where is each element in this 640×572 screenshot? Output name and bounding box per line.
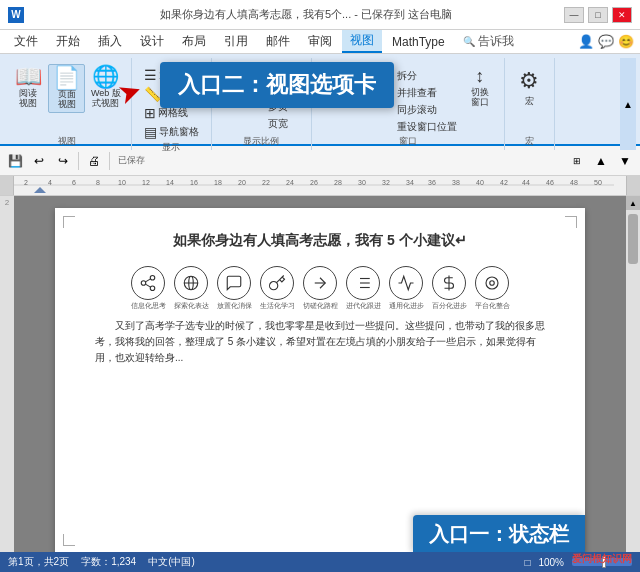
print-btn[interactable]: 🖨 — [83, 150, 105, 172]
side-by-side-label: 并排查看 — [397, 86, 437, 100]
doc-icon-5: 进代化跟进 — [346, 266, 381, 310]
brand-watermark: 爱问根知识网 — [572, 552, 632, 566]
menu-design[interactable]: 设计 — [132, 31, 172, 52]
svg-text:14: 14 — [166, 179, 174, 186]
gridline-icon: ⊞ — [144, 105, 156, 121]
macro-btn[interactable]: ⚙ 宏 — [511, 66, 547, 110]
scroll-up-btn[interactable]: ▲ — [590, 150, 612, 172]
svg-text:50: 50 — [594, 179, 602, 186]
window-controls[interactable]: — □ ✕ — [564, 7, 632, 23]
icon-label-4: 切磋化路程 — [303, 302, 338, 310]
macro-icon: ⚙ — [519, 68, 539, 94]
svg-point-41 — [486, 277, 498, 289]
corner-bracket-tl — [63, 216, 75, 228]
read-view-icon: 📖 — [15, 66, 42, 88]
corner-bracket-bl — [63, 534, 75, 546]
ruler-corner — [0, 176, 14, 195]
icon-label-1: 探索化表达 — [174, 302, 209, 310]
icon-circle-5 — [346, 266, 380, 300]
navpane-icon: ▤ — [144, 124, 157, 140]
svg-text:42: 42 — [500, 179, 508, 186]
split-btn[interactable]: 拆分 — [394, 68, 460, 84]
menu-reference[interactable]: 引用 — [216, 31, 256, 52]
icon-circle-8 — [475, 266, 509, 300]
ribbon-collapse-btn[interactable]: ▲ — [620, 58, 636, 150]
horizontal-ruler: 2 4 6 8 10 12 14 16 18 20 22 24 26 28 30… — [0, 176, 640, 196]
user-icon[interactable]: 👤 — [578, 34, 594, 49]
menu-mathtype[interactable]: MathType — [384, 33, 453, 51]
page-view-btn[interactable]: 📄 页面视图 — [48, 64, 85, 113]
svg-point-27 — [150, 276, 155, 281]
menu-mail[interactable]: 邮件 — [258, 31, 298, 52]
save-toolbar-btn[interactable]: 💾 — [4, 150, 26, 172]
svg-text:40: 40 — [476, 179, 484, 186]
sync-scroll-btn[interactable]: 同步滚动 — [394, 102, 460, 118]
navpane-label: 导航窗格 — [159, 125, 199, 139]
side-by-side-btn[interactable]: 并排查看 — [394, 85, 460, 101]
document-area: 2 如果你身边有人填高考志愿，我有 5 个小建议↵ 信息化思考 探索化表达 — [0, 196, 640, 566]
icon-label-2: 放置化消保 — [217, 302, 252, 310]
menu-view[interactable]: 视图 — [342, 30, 382, 53]
chevron-up-icon: ▲ — [623, 99, 633, 110]
svg-text:44: 44 — [522, 179, 530, 186]
svg-text:6: 6 — [72, 179, 76, 186]
status-bar: 第1页，共2页 字数：1,234 中文(中国) □ 100% — [0, 552, 640, 572]
doc-icon-6: 通用化进步 — [389, 266, 424, 310]
group-show-label: 显示 — [162, 141, 180, 156]
menu-insert[interactable]: 插入 — [90, 31, 130, 52]
menu-layout[interactable]: 布局 — [174, 31, 214, 52]
page-width-btn[interactable]: 页宽 — [265, 116, 297, 132]
read-view-btn[interactable]: 📖 阅读视图 — [10, 64, 46, 111]
vertical-scrollbar[interactable]: ▲ ▼ — [626, 196, 640, 566]
comment-icon[interactable]: 💬 — [598, 34, 614, 49]
ruler-svg: 2 4 6 8 10 12 14 16 18 20 22 24 26 28 30… — [14, 176, 626, 195]
icon-label-3: 生活化学习 — [260, 302, 295, 310]
menu-tellme[interactable]: 🔍 告诉我 — [455, 31, 522, 52]
icon-circle-2 — [217, 266, 251, 300]
svg-line-31 — [145, 279, 150, 282]
ruler-right-margin — [626, 176, 640, 195]
svg-text:36: 36 — [428, 179, 436, 186]
scroll-down-btn[interactable]: ▼ — [614, 150, 636, 172]
group-window-label: 窗口 — [399, 135, 417, 150]
window-title: 如果你身边有人填高考志愿，我有5个... - 已保存到 这台电脑 — [48, 7, 564, 22]
view-toggle-btn[interactable]: ⊞ — [566, 150, 588, 172]
svg-text:38: 38 — [452, 179, 460, 186]
icon-label-7: 百分化进步 — [432, 302, 467, 310]
ribbon-group-macro: ⚙ 宏 宏 — [505, 58, 555, 150]
svg-text:8: 8 — [96, 179, 100, 186]
reset-window-label: 重设窗口位置 — [397, 120, 457, 134]
reset-window-btn[interactable]: 重设窗口位置 — [394, 119, 460, 135]
icon-label-0: 信息化思考 — [131, 302, 166, 310]
svg-point-40 — [490, 281, 495, 286]
scroll-thumb[interactable] — [628, 214, 638, 264]
menu-review[interactable]: 审阅 — [300, 31, 340, 52]
switch-window-btn[interactable]: ↕ 切换窗口 — [462, 64, 498, 135]
view-mode-btn[interactable]: □ — [524, 557, 530, 568]
icon-label-6: 通用化进步 — [389, 302, 424, 310]
icon-circle-6 — [389, 266, 423, 300]
outline-icon: ☰ — [144, 67, 157, 83]
gridline-label: 网格线 — [158, 106, 188, 120]
scroll-up-arrow[interactable]: ▲ — [626, 196, 640, 210]
share-icon[interactable]: 😊 — [618, 34, 634, 49]
maximize-btn[interactable]: □ — [588, 7, 608, 23]
menu-file[interactable]: 文件 — [6, 31, 46, 52]
macro-label: 宏 — [525, 95, 534, 108]
menu-bar: 文件 开始 插入 设计 布局 引用 邮件 审阅 视图 MathType 🔍 告诉… — [0, 30, 640, 54]
ribbon: 📖 阅读视图 📄 页面视图 🌐 Web 版式视图 视图 ☰ 大纲 — [0, 54, 640, 146]
language: 中文(中国) — [148, 555, 195, 569]
undo-btn[interactable]: ↩ — [28, 150, 50, 172]
navpane-btn[interactable]: ▤ 导航窗格 — [141, 123, 202, 141]
close-btn[interactable]: ✕ — [612, 7, 632, 23]
svg-text:48: 48 — [570, 179, 578, 186]
svg-line-30 — [145, 284, 150, 287]
icon-label-8: 平台化整合 — [475, 302, 510, 310]
redo-btn[interactable]: ↪ — [52, 150, 74, 172]
doc-icon-1: 探索化表达 — [174, 266, 209, 310]
doc-icon-0: 信息化思考 — [131, 266, 166, 310]
minimize-btn[interactable]: — — [564, 7, 584, 23]
word-count: 字数：1,234 — [81, 555, 136, 569]
ribbon-overlay-label: 入口二：视图选项卡 — [160, 62, 394, 108]
menu-start[interactable]: 开始 — [48, 31, 88, 52]
